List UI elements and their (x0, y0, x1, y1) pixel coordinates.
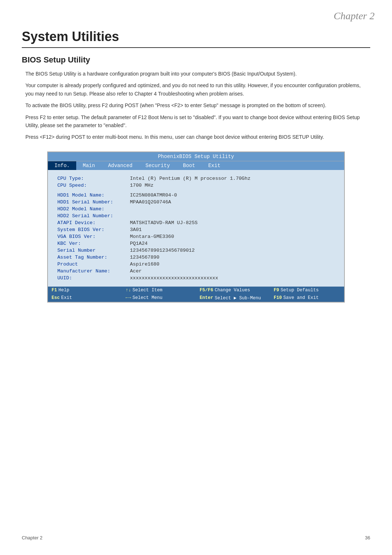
info-label: UUID: (55, 275, 128, 281)
info-label: KBC Ver: (55, 240, 128, 247)
help-key: F1 (52, 288, 57, 293)
body-paragraph: Your computer is already properly config… (22, 81, 370, 98)
table-row: Asset Tag Number:1234567890 (55, 254, 337, 261)
bios-menu-item-exit[interactable]: Exit (202, 161, 227, 170)
info-value: 1234567890 (128, 254, 337, 261)
help-text: Change Values (215, 288, 250, 293)
help-key: Esc (52, 295, 60, 300)
table-row: UUID:xxxxxxxxxxxxxxxxxxxxxxxxxxxxxx (55, 275, 337, 281)
footer-right: 36 (365, 535, 370, 540)
info-value (128, 206, 337, 212)
help-row: Esc Exit←→ Select MenuEnter Select ▶ Sub… (48, 294, 344, 302)
info-value: MATSHITADVD-RAM UJ-825S (128, 219, 337, 226)
table-row: VGA BIOS Ver:Montara-GME3360 (55, 233, 337, 240)
info-value: 1700 MHz (128, 182, 337, 189)
table-row: CPU Speed:1700 MHz (55, 182, 337, 189)
help-row: F1 Help↑↓ Select ItemF5/F6 Change Values… (48, 287, 344, 294)
table-row: HDD1 Serial Number:MPAA01Q2G0746A (55, 199, 337, 206)
table-row: ProductAspire1680 (55, 261, 337, 268)
table-row: HDD2 Model Name: (55, 206, 337, 212)
help-text: Setup Defaults (281, 288, 319, 293)
help-item: F1 Help (48, 287, 122, 294)
table-row: Serial Number1234567890123456789012 (55, 247, 337, 254)
info-label: Product (55, 261, 128, 268)
info-label: Serial Number (55, 247, 128, 254)
info-label: HDD1 Serial Number: (55, 199, 128, 206)
help-key: F5/F6 (200, 288, 213, 293)
help-key: Enter (200, 295, 213, 300)
help-item: F9 Setup Defaults (270, 287, 344, 294)
body-paragraph: Press <F12> during POST to enter multi-b… (22, 133, 370, 141)
table-row: Manufacturer Name:Acer (55, 268, 337, 275)
help-text: Help (58, 288, 69, 293)
table-row: ATAPI Device:MATSHITADVD-RAM UJ-825S (55, 219, 337, 226)
bios-menu-item-security[interactable]: Security (139, 161, 176, 170)
bios-menu-item-main[interactable]: Main (76, 161, 102, 170)
info-value: PQ1A24 (128, 240, 337, 247)
help-text: Select Menu (132, 295, 163, 300)
info-label: VGA BIOS Ver: (55, 233, 128, 240)
info-value: Intel (R) Pentium (R) M processor 1.70Gh… (128, 175, 337, 182)
info-label: HDD2 Serial Number: (55, 212, 128, 219)
bios-menu-bar: Info.MainAdvancedSecurityBootExit (48, 161, 344, 170)
info-value: Acer (128, 268, 337, 275)
table-row: HDD1 Model Name:IC25N080ATMR04-0 (55, 192, 337, 199)
info-value (128, 212, 337, 219)
bios-container: PhoenixBIOS Setup Utility Info.MainAdvan… (47, 151, 345, 303)
help-key: F9 (274, 288, 279, 293)
bios-body: CPU Type:Intel (R) Pentium (R) M process… (48, 170, 344, 287)
help-text: Exit (61, 295, 72, 300)
table-row: HDD2 Serial Number: (55, 212, 337, 219)
bios-help-bar: F1 Help↑↓ Select ItemF5/F6 Change Values… (48, 287, 344, 302)
sub-title: BIOS Setup Utility (22, 55, 370, 65)
bios-menu-item-boot[interactable]: Boot (176, 161, 202, 170)
bios-menu-item-info[interactable]: Info. (48, 161, 76, 170)
info-label: ATAPI Device: (55, 219, 128, 226)
help-text: Select Item (132, 288, 163, 293)
table-row: CPU Type:Intel (R) Pentium (R) M process… (55, 175, 337, 182)
info-value: 3A01 (128, 226, 337, 233)
main-title: System Utilities (22, 29, 370, 48)
table-row (55, 189, 337, 192)
help-key: F10 (274, 295, 282, 300)
body-paragraph: Press F2 to enter setup. The default par… (22, 113, 370, 130)
help-item: F10 Save and Exit (270, 294, 344, 302)
bios-menu-item-advanced[interactable]: Advanced (102, 161, 139, 170)
help-item: Enter Select ▶ Sub-Menu (196, 294, 270, 302)
info-label: Manufacturer Name: (55, 268, 128, 275)
footer-left: Chapter 2 (22, 535, 42, 540)
info-label: HDD2 Model Name: (55, 206, 128, 212)
info-value: Aspire1680 (128, 261, 337, 268)
help-item: Esc Exit (48, 294, 122, 302)
info-value: Montara-GME3360 (128, 233, 337, 240)
info-value: xxxxxxxxxxxxxxxxxxxxxxxxxxxxxx (128, 275, 337, 281)
info-label: CPU Speed: (55, 182, 128, 189)
info-label: System BIOS Ver: (55, 226, 128, 233)
bios-info-table: CPU Type:Intel (R) Pentium (R) M process… (55, 175, 337, 281)
table-row: System BIOS Ver:3A01 (55, 226, 337, 233)
help-item: F5/F6 Change Values (196, 287, 270, 294)
help-text: Save and Exit (283, 295, 319, 300)
info-value: 1234567890123456789012 (128, 247, 337, 254)
body-paragraph: To activate the BIOS Utility, press F2 d… (22, 101, 370, 109)
info-value: MPAA01Q2G0746A (128, 199, 337, 206)
help-key: ↑↓ (126, 288, 131, 293)
info-label: HDD1 Model Name: (55, 192, 128, 199)
help-item: ↑↓ Select Item (122, 287, 196, 294)
table-row: KBC Ver:PQ1A24 (55, 240, 337, 247)
bios-title-bar: PhoenixBIOS Setup Utility (48, 152, 344, 161)
info-label: CPU Type: (55, 175, 128, 182)
info-value: IC25N080ATMR04-0 (128, 192, 337, 199)
help-item: ←→ Select Menu (122, 294, 196, 302)
info-label: Asset Tag Number: (55, 254, 128, 261)
help-text: Select ▶ Sub-Menu (215, 295, 261, 301)
help-key: ←→ (126, 295, 131, 300)
chapter-label: Chapter 2 (334, 10, 375, 22)
body-paragraph: The BIOS Setup Utility is a hardware con… (22, 70, 370, 78)
